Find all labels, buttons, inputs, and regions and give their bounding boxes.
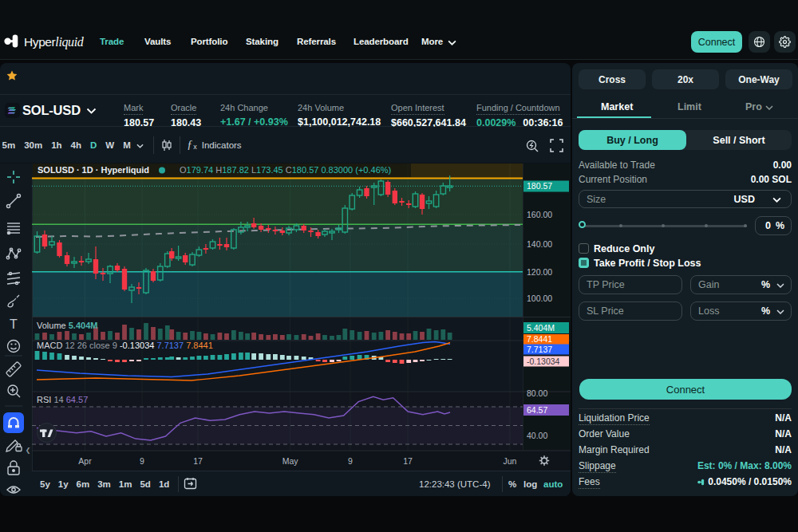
- svg-text:May: May: [282, 456, 299, 466]
- svg-text:120.00: 120.00: [527, 267, 552, 277]
- svg-text:7.7137: 7.7137: [527, 345, 552, 354]
- svg-text:-0.13034: -0.13034: [527, 357, 560, 366]
- svg-text:5.404M: 5.404M: [527, 323, 555, 333]
- svg-text:Apr: Apr: [78, 456, 92, 466]
- svg-text:SOLUSD · 1D · Hyperliquid: SOLUSD · 1D · Hyperliquid: [38, 165, 149, 175]
- svg-text:Jun: Jun: [504, 456, 517, 466]
- svg-text:160.00: 160.00: [527, 210, 552, 219]
- svg-text:Volume 5.404M: Volume 5.404M: [37, 321, 97, 330]
- svg-text:17: 17: [403, 456, 413, 466]
- svg-text:O179.74 H187.82 L173.45 C180.5: O179.74 H187.82 L173.45 C180.57 0.83000 …: [180, 165, 391, 175]
- svg-text:40.00: 40.00: [527, 431, 547, 440]
- svg-text:100.00: 100.00: [527, 294, 552, 303]
- svg-text:180.57: 180.57: [527, 181, 552, 191]
- svg-text:T: T: [10, 317, 18, 331]
- svg-text:64.57: 64.57: [527, 405, 547, 415]
- svg-text:9: 9: [348, 456, 353, 466]
- svg-text:❮: ❮: [26, 447, 31, 454]
- svg-text:80.00: 80.00: [527, 388, 547, 398]
- svg-text:MACD 12 26 close 9 -0.13034: MACD 12 26 close 9 -0.13034 7.7137 7.844…: [37, 341, 213, 350]
- svg-text:140.00: 140.00: [527, 239, 552, 249]
- svg-text:17: 17: [193, 456, 203, 466]
- svg-text:7.8441: 7.8441: [527, 334, 552, 344]
- svg-text:9: 9: [140, 456, 144, 466]
- svg-text:RSI 14 64.57: RSI 14 64.57: [37, 395, 88, 404]
